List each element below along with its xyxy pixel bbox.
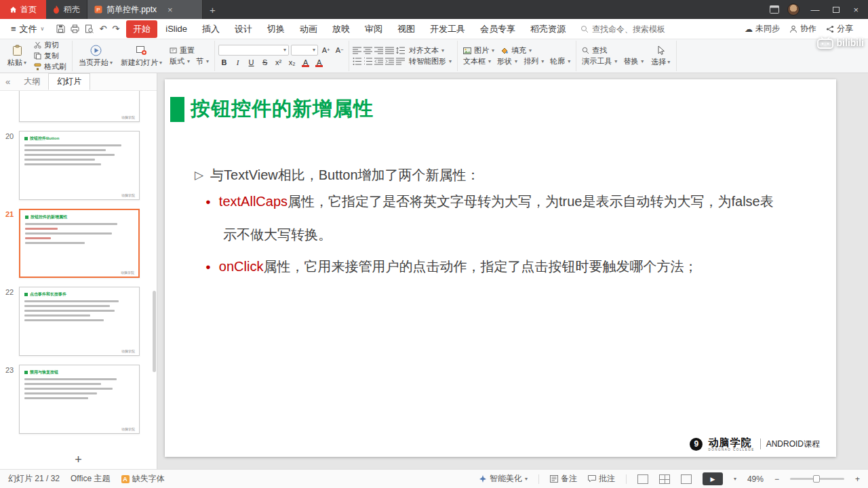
fill-button[interactable]: 填充▾ (498, 46, 534, 56)
restore-button[interactable] (830, 5, 842, 15)
tab-slideshow[interactable]: 放映 (326, 20, 357, 38)
textbox-button[interactable]: 文本框▾ (461, 57, 493, 66)
sync-status-button[interactable]: ☁ 未同步 (745, 23, 780, 35)
notes-button[interactable]: 备注 (550, 473, 577, 485)
tab-design[interactable]: 设计 (228, 20, 259, 38)
arrange-button[interactable]: 排列▾ (521, 57, 546, 66)
font-color-button[interactable]: A (313, 57, 325, 68)
slide-thumbnail-21-selected[interactable]: 按钮控件的新增属性 动脑学院 (19, 209, 140, 278)
zoom-slider-thumb[interactable] (813, 475, 820, 483)
copy-button[interactable]: 复制 (32, 52, 68, 61)
cut-button[interactable]: 剪切 (32, 41, 68, 50)
presentation-tools-button[interactable]: 演示工具▾ (580, 57, 619, 66)
print-preview-icon[interactable] (85, 24, 94, 33)
bold-button[interactable]: B (218, 57, 230, 68)
decrease-indent-button[interactable] (374, 58, 383, 65)
font-size-combo[interactable]: ▾ (291, 45, 318, 56)
tab-view[interactable]: 视图 (391, 20, 422, 38)
select-button[interactable]: 选择▾ (648, 45, 673, 68)
smart-beautify-button[interactable]: 智能美化 ▾ (479, 473, 528, 485)
zoom-out-button[interactable]: − (774, 474, 779, 484)
slide-thumbnail-20[interactable]: 按钮控件Button 动脑学院 (19, 131, 140, 200)
minimize-button[interactable]: — (808, 5, 822, 15)
app-window-icon[interactable] (770, 5, 779, 14)
paragraph-settings-button[interactable] (396, 58, 405, 65)
underline-button[interactable]: U (245, 57, 257, 68)
new-tab-button[interactable]: + (203, 0, 222, 19)
justify-button[interactable] (385, 47, 394, 54)
normal-view-button[interactable] (637, 474, 648, 484)
share-button[interactable]: 分享 (826, 23, 853, 35)
subscript-button[interactable]: x₂ (286, 57, 298, 68)
superscript-button[interactable]: x² (273, 57, 284, 68)
tab-slides[interactable]: 幻灯片 (48, 73, 90, 90)
strikethrough-button[interactable]: S (259, 57, 271, 68)
undo-icon[interactable]: ↶ (99, 24, 106, 34)
convert-smartart-button[interactable]: 转智能图形▾ (407, 57, 454, 66)
slide-title-block[interactable]: 按钮控件的新增属性 (170, 96, 374, 123)
tab-review[interactable]: 审阅 (358, 20, 389, 38)
shrink-font-button[interactable]: A− (334, 45, 345, 56)
grow-font-button[interactable]: A+ (320, 45, 332, 56)
slide-sorter-view-button[interactable] (659, 474, 670, 484)
reading-view-button[interactable] (681, 474, 692, 484)
paste-button[interactable]: 粘贴▾ (5, 44, 29, 68)
comments-button[interactable]: 批注 (588, 473, 615, 485)
slide-thumbnail-19[interactable]: 动脑学院 (19, 91, 140, 122)
theme-name[interactable]: Office 主题 (71, 473, 110, 485)
current-slide[interactable]: 按钮控件的新增属性 ▷ 与TextView相比，Button增加了两个新属性： … (165, 79, 836, 457)
slide-thumbnail-23[interactable]: 禁用与恢复按钮 动脑学院 (19, 365, 140, 434)
numbering-button[interactable] (363, 58, 372, 65)
user-avatar[interactable] (787, 3, 800, 16)
replace-button[interactable]: 替换▾ (621, 57, 646, 66)
redo-icon[interactable]: ↷ (112, 24, 119, 34)
section-button[interactable]: 节▾ (194, 57, 211, 66)
save-icon[interactable] (56, 24, 65, 33)
tab-devtools[interactable]: 开发工具 (423, 20, 472, 38)
layout-button[interactable]: 版式▾ (167, 57, 192, 66)
add-slide-button[interactable]: + (0, 450, 157, 469)
close-window-button[interactable]: × (850, 5, 861, 15)
collapse-panel-button[interactable]: « (0, 77, 16, 87)
tab-animation[interactable]: 动画 (293, 20, 324, 38)
font-name-combo[interactable]: ▾ (218, 45, 289, 56)
reset-button[interactable]: 重置 (167, 46, 211, 56)
zoom-slider[interactable] (790, 478, 844, 480)
collaborate-button[interactable]: 协作 (789, 23, 816, 35)
line-spacing-button[interactable] (396, 47, 405, 54)
file-menu-button[interactable]: ≡ 文件 ∨ (5, 23, 50, 35)
bullets-button[interactable] (353, 58, 361, 65)
new-slide-button[interactable]: 新建幻灯片▾ (118, 44, 165, 68)
thumbnail-scrollbar[interactable] (153, 291, 156, 372)
align-text-button[interactable]: 对齐文本▾ (407, 46, 446, 56)
find-button[interactable]: 查找 (580, 46, 609, 56)
increase-indent-button[interactable] (385, 58, 394, 65)
tab-close-icon[interactable]: × (167, 5, 173, 15)
zoom-percentage[interactable]: 49% (747, 474, 764, 484)
tab-islide[interactable]: iSlide (159, 21, 194, 37)
align-center-button[interactable] (363, 47, 372, 54)
home-button[interactable]: 首页 (0, 0, 46, 19)
daoke-tab[interactable]: 稻壳 (46, 0, 87, 19)
slideshow-play-button[interactable]: ▶ (703, 472, 723, 485)
command-search[interactable] (580, 24, 680, 34)
slide-bullet-2[interactable]: ●onClick属性，它用来接管用户的点击动作，指定了点击按钮时要触发哪个方法； (205, 250, 802, 283)
picture-button[interactable]: 图片▾ (461, 46, 496, 56)
play-from-current-button[interactable]: 当页开始▾ (76, 44, 115, 68)
command-search-input[interactable] (592, 24, 680, 34)
outline-button[interactable]: 轮廓▾ (548, 57, 572, 66)
italic-button[interactable]: I (232, 57, 243, 68)
document-tab[interactable]: P 简单控件.pptx × (87, 0, 203, 19)
format-painter-button[interactable]: 格式刷 (32, 62, 68, 72)
tab-daoke-resources[interactable]: 稻壳资源 (524, 20, 572, 38)
tab-home[interactable]: 开始 (126, 20, 157, 38)
print-icon[interactable] (71, 24, 79, 33)
shapes-button[interactable]: 形状▾ (495, 57, 519, 66)
zoom-in-button[interactable]: + (855, 474, 860, 484)
highlight-color-button[interactable]: A (300, 57, 311, 68)
play-options-dropdown-icon[interactable]: ▾ (734, 476, 736, 482)
slide-bullet-1[interactable]: ●textAllCaps属性，它指定了是否将英文字母转为大写，为true是表示自… (205, 185, 802, 251)
slide-intro-line[interactable]: ▷ 与TextView相比，Button增加了两个新属性： (195, 166, 480, 184)
missing-font-button[interactable]: A 缺失字体 (121, 473, 165, 485)
align-left-button[interactable] (353, 47, 361, 54)
